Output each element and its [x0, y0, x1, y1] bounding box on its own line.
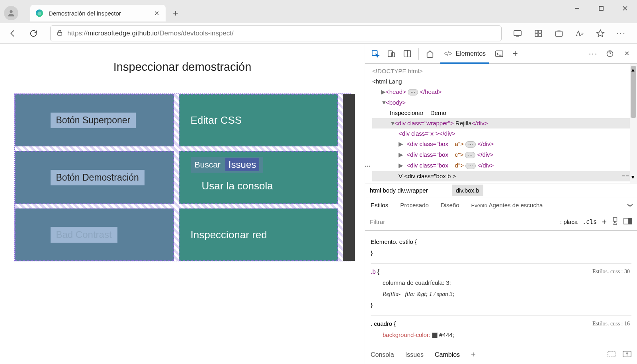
browser-titlebar: Demostración del inspector ✕ +: [0, 0, 637, 23]
grid-cell-overlay[interactable]: Botón Superponer: [15, 94, 174, 146]
close-devtools-button[interactable]: ✕: [619, 47, 634, 61]
demo-button[interactable]: Botón Demostración: [51, 170, 145, 185]
overlay-button[interactable]: Botón Superponer: [51, 113, 136, 128]
cls-toggle[interactable]: .cls: [582, 218, 597, 226]
grid-cell-bad-contrast[interactable]: Bad Contrast: [15, 208, 174, 261]
devtools-drawer: Consola Issues Cambios +: [365, 345, 637, 364]
styles-filter-row: Filtrar : placa .cls +: [365, 213, 637, 231]
elements-icon: </>: [444, 50, 453, 57]
tab-layout[interactable]: Diseño: [439, 199, 461, 211]
chevron-right-icon[interactable]: ❯: [627, 203, 634, 208]
console-shortcut-icon[interactable]: [492, 47, 506, 61]
svg-rect-26: [608, 351, 616, 357]
address-bar[interactable]: https://microsoftedge.github.io/Demos/de…: [50, 25, 502, 41]
styles-subtabs: Estilos Procesado Diseño Evento Agentes …: [365, 197, 637, 213]
screencast-icon[interactable]: [510, 26, 525, 41]
user-avatar-icon[interactable]: [4, 6, 18, 20]
grid-dark-bar: [343, 94, 355, 261]
close-window-button[interactable]: [613, 0, 637, 17]
devtools-more-icon[interactable]: ···: [586, 47, 600, 61]
more-icon[interactable]: ···: [614, 26, 628, 41]
favorites-icon[interactable]: [593, 26, 608, 41]
tab-computed[interactable]: Procesado: [399, 199, 430, 211]
bad-contrast-button[interactable]: Bad Contrast: [51, 227, 117, 243]
grid-cell-demo-button[interactable]: Botón Demostración: [15, 151, 174, 204]
dom-tree[interactable]: <!DOCTYPE html> <html Lang ▶<head> ⋯ </h…: [365, 64, 637, 183]
help-icon[interactable]: [603, 47, 617, 61]
lock-icon: [56, 29, 63, 38]
search-label: Buscar: [195, 160, 221, 169]
hov-toggle[interactable]: : placa: [560, 218, 578, 225]
breadcrumb-path[interactable]: html body div.wrapper: [370, 187, 428, 194]
address-bar-actions: A» ···: [510, 26, 632, 41]
svg-rect-7: [58, 32, 62, 35]
device-toggle-icon[interactable]: [384, 47, 399, 61]
devtools-toolbar: </> Elementos + ··· ✕: [365, 44, 637, 64]
grid-cell-search[interactable]: Buscar Issues Usar la consola: [179, 151, 338, 204]
back-button[interactable]: [5, 25, 21, 41]
drawer-expand-icon[interactable]: [623, 350, 631, 359]
tab-listeners[interactable]: Evento Agentes de escucha: [470, 199, 545, 211]
browser-tab[interactable]: Demostración del inspector ✕: [30, 5, 166, 21]
new-tab-button[interactable]: +: [173, 8, 178, 19]
edge-logo-icon: [35, 9, 44, 18]
drawer-tab-console[interactable]: Consola: [371, 351, 394, 358]
svg-rect-14: [556, 31, 563, 36]
filter-input[interactable]: Filtrar: [370, 218, 555, 225]
demo-grid: Botón Superponer Editar CSS Botón Demost…: [14, 93, 351, 261]
add-tab-icon[interactable]: +: [508, 47, 522, 61]
collections-icon[interactable]: [552, 26, 566, 41]
grid-cell-editcss[interactable]: Editar CSS: [179, 94, 338, 146]
inspect-network-link[interactable]: Inspeccionar red: [191, 229, 267, 241]
new-rule-icon[interactable]: +: [602, 217, 607, 227]
rule-source-box[interactable]: Estilos. cuss : 16: [592, 318, 630, 329]
drawer-add-tab[interactable]: +: [471, 350, 476, 359]
svg-rect-19: [404, 50, 411, 57]
svg-rect-25: [629, 218, 632, 224]
svg-point-0: [10, 10, 12, 13]
page-heading: Inspeccionar demostración: [7, 60, 358, 74]
css-rules-pane[interactable]: Elemento. estilo { } Estilos. cuss : 30 …: [365, 231, 637, 345]
elements-tab[interactable]: </> Elementos: [439, 44, 490, 64]
use-console-link[interactable]: Usar la consola: [202, 180, 273, 192]
devtools-panel: </> Elementos + ··· ✕ <!DOCTYPE html> <h…: [365, 44, 637, 364]
svg-rect-10: [535, 30, 538, 33]
computed-toggle-icon[interactable]: [623, 218, 632, 226]
maximize-button[interactable]: [589, 0, 613, 17]
grid-cell-inspect-net[interactable]: Inspeccionar red: [179, 208, 338, 261]
webpage-viewport: Inspeccionar demostración Botón Superpon…: [0, 44, 365, 364]
close-tab-button[interactable]: ✕: [153, 10, 160, 17]
url-text: https://microsoftedge.github.io/Demos/de…: [67, 29, 234, 37]
svg-rect-23: [614, 218, 617, 221]
svg-point-2: [37, 12, 41, 15]
svg-rect-4: [599, 6, 603, 10]
dom-scrollbar[interactable]: ▴ ▾: [630, 64, 637, 183]
drawer-issues-icon[interactable]: [608, 350, 616, 359]
css-prop-grid-column[interactable]: columna de cuadrícula: 3;: [371, 277, 631, 288]
tab-styles[interactable]: Estilos: [369, 199, 390, 211]
elements-tab-label: Elementos: [456, 50, 486, 57]
drawer-tab-issues[interactable]: Issues: [405, 351, 424, 358]
drawer-tab-changes[interactable]: Cambios: [435, 351, 460, 358]
refresh-button[interactable]: [25, 25, 41, 41]
window-controls: [565, 0, 637, 17]
svg-rect-21: [496, 51, 503, 56]
dock-side-icon[interactable]: [400, 47, 414, 61]
inspect-tool-icon[interactable]: [368, 47, 383, 61]
breadcrumb-current[interactable]: div.box.b: [452, 185, 483, 196]
extensions-icon[interactable]: [531, 26, 545, 41]
paint-brush-icon[interactable]: [612, 217, 619, 226]
minimize-button[interactable]: [565, 0, 589, 17]
svg-rect-12: [535, 34, 538, 37]
welcome-tab-icon[interactable]: [423, 47, 437, 61]
css-prop-bgcolor[interactable]: background-color: #444;: [371, 329, 631, 341]
rule-source-b[interactable]: Estilos. cuss : 30: [592, 266, 630, 277]
element-style-label[interactable]: Elemento. estilo {: [371, 236, 631, 247]
edit-css-link[interactable]: Editar CSS: [191, 114, 242, 127]
css-prop-grid-row[interactable]: Rejilla- fila: &gt; 1 / span 3;: [371, 288, 631, 300]
tab-title: Demostración del inspector: [49, 10, 153, 17]
svg-rect-17: [388, 51, 393, 56]
read-aloud-icon[interactable]: A»: [573, 26, 587, 41]
issues-link[interactable]: Issues: [225, 158, 259, 171]
dom-breadcrumb[interactable]: html body div.wrapper div.box.b: [365, 183, 637, 197]
